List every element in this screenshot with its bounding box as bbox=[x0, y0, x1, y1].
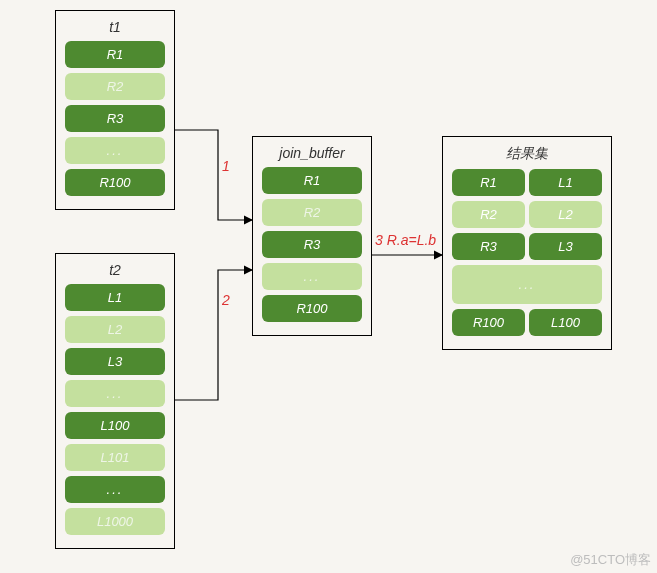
t1-row: R2 bbox=[65, 73, 165, 100]
result-cell-right: L1 bbox=[529, 169, 602, 196]
result-cell-right: L2 bbox=[529, 201, 602, 228]
result-cell-left: R100 bbox=[452, 309, 525, 336]
label-condition: 3 R.a=L.b bbox=[375, 232, 436, 248]
result-row: R1 L1 bbox=[452, 169, 602, 196]
result-row: R3 L3 bbox=[452, 233, 602, 260]
result-cell-left: R1 bbox=[452, 169, 525, 196]
result-set: 结果集 R1 L1 R2 L2 R3 L3 ... R100 L100 bbox=[442, 136, 612, 350]
table-t1: t1 R1 R2 R3 ... R100 bbox=[55, 10, 175, 210]
result-row: R2 L2 bbox=[452, 201, 602, 228]
t2-row: L101 bbox=[65, 444, 165, 471]
join-buffer: join_buffer R1 R2 R3 ... R100 bbox=[252, 136, 372, 336]
t2-title: t2 bbox=[62, 262, 168, 278]
t2-row: L1000 bbox=[65, 508, 165, 535]
result-cell-left: R3 bbox=[452, 233, 525, 260]
result-row: R100 L100 bbox=[452, 309, 602, 336]
result-cell-right: L100 bbox=[529, 309, 602, 336]
t1-row: R1 bbox=[65, 41, 165, 68]
t2-row: L3 bbox=[65, 348, 165, 375]
t1-title: t1 bbox=[62, 19, 168, 35]
buffer-row: R2 bbox=[262, 199, 362, 226]
label-2: 2 bbox=[222, 292, 230, 308]
result-ellipsis: ... bbox=[452, 265, 602, 304]
table-t2: t2 L1 L2 L3 ... L100 L101 ... L1000 bbox=[55, 253, 175, 549]
t2-row: L2 bbox=[65, 316, 165, 343]
buffer-row: R1 bbox=[262, 167, 362, 194]
buffer-row: R3 bbox=[262, 231, 362, 258]
result-cell-right: L3 bbox=[529, 233, 602, 260]
buffer-row: R100 bbox=[262, 295, 362, 322]
t2-row: ... bbox=[65, 476, 165, 503]
t1-row: R100 bbox=[65, 169, 165, 196]
join-buffer-title: join_buffer bbox=[259, 145, 365, 161]
result-title: 结果集 bbox=[449, 145, 605, 163]
label-1: 1 bbox=[222, 158, 230, 174]
t1-row: ... bbox=[65, 137, 165, 164]
buffer-row: ... bbox=[262, 263, 362, 290]
t2-row: ... bbox=[65, 380, 165, 407]
watermark: @51CTO博客 bbox=[570, 551, 651, 569]
result-cell-left: R2 bbox=[452, 201, 525, 228]
t1-row: R3 bbox=[65, 105, 165, 132]
t2-row: L100 bbox=[65, 412, 165, 439]
t2-row: L1 bbox=[65, 284, 165, 311]
